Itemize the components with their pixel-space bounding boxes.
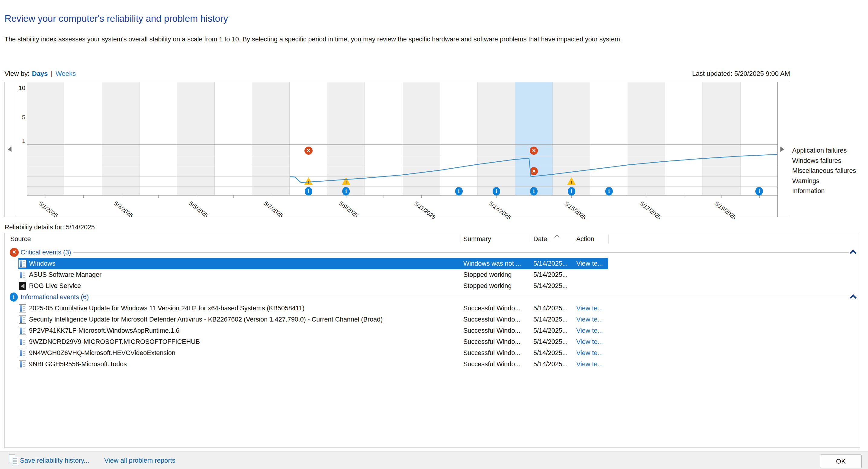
info-icon[interactable]: i <box>455 187 463 196</box>
y-axis-tick-label: 10 <box>16 85 25 92</box>
group-row[interactable]: ✕Critical events (3) <box>5 247 860 258</box>
x-axis-tick <box>421 196 422 198</box>
info-icon[interactable]: i <box>568 187 575 196</box>
table-row-2025-05-cumulative-update-for-windows-11[interactable]: 2025-05 Cumulative Update for Windows 11… <box>5 303 860 314</box>
x-axis-tick <box>309 196 309 198</box>
column-header-summary[interactable]: Summary <box>463 235 491 243</box>
x-axis-label: 5/15/2025 <box>563 200 587 221</box>
cell-date: 5/14/2025... <box>533 314 574 325</box>
header-separator <box>461 235 461 243</box>
app-window-icon <box>19 260 26 268</box>
cell-source: 9NBLGGH5R558-Microsoft.Todos <box>29 359 458 370</box>
column-header-date[interactable]: Date <box>533 235 547 243</box>
chart-day-column-5/3/2025[interactable] <box>102 82 140 196</box>
table-row-windows[interactable]: WindowsWindows was not ...5/14/2025...Vi… <box>5 258 860 269</box>
chart-day-column-5/6/2025[interactable] <box>215 82 252 196</box>
x-axis-tick <box>759 196 760 198</box>
chart-day-column-5/10/2025[interactable] <box>365 82 402 196</box>
x-axis-tick <box>609 196 609 198</box>
chart-day-column-5/2/2025[interactable] <box>64 82 102 196</box>
x-axis-tick <box>647 196 647 198</box>
chart-day-column-5/13/2025[interactable] <box>477 82 515 196</box>
view-technical-details-link[interactable]: View te... <box>576 314 613 325</box>
events-table: SourceSummaryDateAction ✕Critical events… <box>4 233 860 448</box>
cell-date: 5/14/2025... <box>533 269 574 281</box>
grid-row-separator <box>27 186 778 186</box>
view-technical-details-link[interactable]: View te... <box>576 336 613 348</box>
x-axis-tick <box>571 196 572 198</box>
last-updated-text: Last updated: 5/20/2025 9:00 AM <box>692 69 790 79</box>
view-technical-details-link[interactable]: View te... <box>576 258 613 269</box>
group-label: Critical events (3) <box>21 247 71 258</box>
cell-summary: Stopped working <box>463 269 531 281</box>
table-row-9wzdncrd29v9-microsoft-microsoftofficehu[interactable]: 9WZDNCRD29V9-MICROSOFT.MICROSOFTOFFICEHU… <box>5 336 860 348</box>
x-axis-tick <box>459 196 459 198</box>
chart-day-column-5/17/2025[interactable] <box>628 82 665 196</box>
group-row[interactable]: iInformational events (6) <box>5 292 860 303</box>
error-icon[interactable]: ✕ <box>530 167 538 175</box>
view-technical-details-link[interactable]: View te... <box>576 359 613 370</box>
chart-plot-area[interactable]: 5/1/20255/3/20255/5/20255/7/20255/9/2025… <box>27 82 778 196</box>
view-all-problem-reports-link[interactable]: View all problem reports <box>104 452 176 469</box>
chart-scroll-right-button[interactable] <box>777 82 789 217</box>
y-axis-tick-label: 1 <box>16 138 25 144</box>
column-header-source[interactable]: Source <box>10 235 31 243</box>
legend-label-application-failures: Application failures <box>792 147 846 154</box>
chart-day-column-5/1/2025[interactable] <box>27 82 64 196</box>
table-row-security-intelligence-update-for-microso[interactable]: Security Intelligence Update for Microso… <box>5 314 860 325</box>
chart-day-column-5/16/2025[interactable] <box>590 82 628 196</box>
info-icon[interactable]: i <box>605 187 613 196</box>
chart-day-column-5/14/2025[interactable] <box>515 82 553 196</box>
chart-day-column-5/20/2025[interactable] <box>741 82 778 196</box>
table-row-rog-live-service[interactable]: ROG Live ServiceStopped working5/14/2025… <box>5 281 860 292</box>
x-axis-label: 5/7/2025 <box>263 200 284 219</box>
header-separator <box>531 235 531 243</box>
app-window-icon <box>19 327 26 335</box>
cell-summary: Successful Windo... <box>463 314 531 325</box>
x-axis-label: 5/19/2025 <box>713 200 738 221</box>
x-axis-tick <box>721 196 722 198</box>
x-axis-tick <box>83 196 84 198</box>
cell-summary: Windows was not ... <box>463 258 531 269</box>
cell-date: 5/14/2025... <box>533 258 574 269</box>
chart-scroll-left-button[interactable] <box>5 82 16 217</box>
chart-day-column-5/7/2025[interactable] <box>252 82 290 196</box>
view-by-bar: View by:Days|Weeks <box>4 69 76 79</box>
info-icon[interactable]: i <box>493 187 500 196</box>
x-axis-tick <box>684 196 684 198</box>
chart-day-column-5/5/2025[interactable] <box>177 82 214 196</box>
view-by-weeks-link[interactable]: Weeks <box>56 70 76 77</box>
collapse-chevron-icon[interactable] <box>850 294 857 301</box>
x-axis-label: 5/3/2025 <box>112 200 134 219</box>
cell-date: 5/14/2025... <box>533 281 574 292</box>
cell-date: 5/14/2025... <box>533 336 574 348</box>
chart-day-column-5/19/2025[interactable] <box>703 82 740 196</box>
chart-day-column-5/11/2025[interactable] <box>403 82 440 196</box>
cell-summary: Stopped working <box>463 281 531 292</box>
view-technical-details-link[interactable]: View te... <box>576 303 613 314</box>
x-axis-tick <box>45 196 46 198</box>
app-window-icon <box>19 338 26 346</box>
chart-day-column-5/18/2025[interactable] <box>665 82 703 196</box>
sort-ascending-icon <box>555 235 560 240</box>
save-reliability-history-link[interactable]: Save reliability history... <box>20 452 89 469</box>
table-row-asus-software-manager[interactable]: ASUS Software ManagerStopped working5/14… <box>5 269 860 281</box>
x-axis-label: 5/11/2025 <box>413 200 437 221</box>
view-by-label: View by: <box>4 70 30 77</box>
chart-day-column-5/12/2025[interactable] <box>440 82 477 196</box>
grid-row-separator <box>27 195 778 196</box>
table-row-9n4wgh0z6vhq-microsoft-hevcvideoextensio[interactable]: 9N4WGH0Z6VHQ-Microsoft.HEVCVideoExtensio… <box>5 348 860 359</box>
table-row-9p2vp41kk7lf-microsoft-windowsappruntime[interactable]: 9P2VP41KK7LF-Microsoft.WindowsAppRuntime… <box>5 325 860 336</box>
table-row-9nblggh5r558-microsoft-todos[interactable]: 9NBLGGH5R558-Microsoft.TodosSuccessful W… <box>5 359 860 370</box>
ok-button[interactable]: OK <box>820 455 862 468</box>
view-technical-details-link[interactable]: View te... <box>576 348 613 359</box>
view-technical-details-link[interactable]: View te... <box>576 325 613 336</box>
view-by-days-link[interactable]: Days <box>32 70 48 77</box>
collapse-chevron-icon[interactable] <box>850 250 857 257</box>
chart-day-column-5/4/2025[interactable] <box>140 82 177 196</box>
x-axis-tick <box>196 196 196 198</box>
column-header-action[interactable]: Action <box>576 235 594 243</box>
y-axis-tick-label: 5 <box>16 114 25 121</box>
view-by-separator: | <box>51 70 53 77</box>
grid-row-separator <box>27 146 778 146</box>
